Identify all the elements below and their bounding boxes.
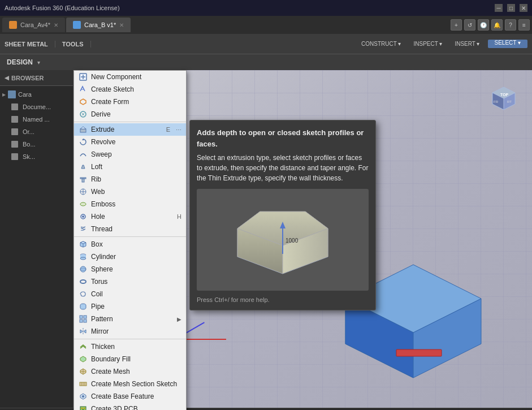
create-mesh-icon <box>79 367 88 376</box>
menu-item-revolve[interactable]: Revolve <box>74 136 186 148</box>
menu-label-rib: Rib <box>91 175 101 183</box>
svg-rect-38 <box>84 316 86 318</box>
construct-button[interactable]: CONSTRUCT ▾ <box>357 40 405 48</box>
menu-separator-1 <box>74 122 186 122</box>
sidebar: ◀ BROWSER ▶ Cara Docume... Named ... Or.… <box>0 70 73 408</box>
svg-marker-14 <box>80 99 86 105</box>
tab-close-cara-bv1[interactable]: ✕ <box>119 22 124 28</box>
tab-cara-bv1[interactable]: Cara_B v1* ✕ <box>66 18 131 32</box>
menu-item-emboss[interactable]: Emboss <box>74 198 186 210</box>
nav-cube[interactable]: TOP FR RT <box>481 76 526 123</box>
create-base-feature-icon <box>79 392 88 401</box>
ribbon-section-tools: TOOLS <box>62 41 91 48</box>
title-bar: Autodesk Fusion 360 (Education License) … <box>0 0 532 16</box>
menu-item-torus[interactable]: Torus <box>74 275 186 288</box>
menu-item-mirror[interactable]: Mirror <box>74 325 186 338</box>
menu-item-pipe[interactable]: Pipe <box>74 300 186 313</box>
help-button[interactable]: ? <box>505 19 516 31</box>
browser-item-cara[interactable]: ▶ Cara <box>0 88 73 101</box>
menu-label-torus: Torus <box>91 278 107 286</box>
menu-item-rib[interactable]: Rib <box>74 173 186 185</box>
thread-icon <box>79 225 88 234</box>
tab-cara-av4[interactable]: Cara_Av4* ✕ <box>2 18 65 32</box>
ribbon-right-buttons: CONSTRUCT ▾ INSPECT ▾ INSERT ▾ SELECT ▾ <box>357 40 527 48</box>
menu-item-new-component[interactable]: New Component <box>74 71 186 83</box>
menu-label-new-component: New Component <box>91 73 141 81</box>
menu-item-coil[interactable]: Coil <box>74 288 186 300</box>
browser-item-bo[interactable]: Bo... <box>0 138 73 150</box>
tooltip-popup: Adds depth to open or closed sketch prof… <box>189 120 376 310</box>
svg-point-34 <box>80 266 86 272</box>
menu-item-thread[interactable]: Thread <box>74 223 186 235</box>
construct-label: CONSTRUCT ▾ <box>361 41 401 47</box>
design-label: DESIGN <box>7 58 33 66</box>
menu-button[interactable]: ≡ <box>518 19 530 31</box>
menu-item-cylinder[interactable]: Cylinder <box>74 251 186 263</box>
insert-button[interactable]: INSERT ▾ <box>450 40 484 48</box>
browser-item-documents[interactable]: Docume... <box>0 101 73 113</box>
browser-item-named-label: Named ... <box>23 116 50 123</box>
extrude-options-icon[interactable]: ⋯ <box>176 127 181 133</box>
maximize-button[interactable]: □ <box>507 4 515 12</box>
menu-item-create-sketch[interactable]: Create Sketch <box>74 83 186 96</box>
tooltip-preview-svg: 1000 <box>215 195 351 285</box>
browser-collapse-icon[interactable]: ◀ <box>5 75 9 81</box>
menu-item-pattern[interactable]: Pattern ▶ <box>74 313 186 325</box>
boundary-fill-icon <box>79 355 88 364</box>
extrude-shortcut: E <box>166 126 170 133</box>
menu-item-create-3d-pcb[interactable]: Create 3D PCB <box>74 403 186 410</box>
hole-shortcut: H <box>177 213 181 220</box>
menu-item-sphere[interactable]: Sphere <box>74 263 186 275</box>
browser-item-documents-label: Docume... <box>23 103 51 110</box>
svg-marker-19 <box>81 165 85 169</box>
browser-item-named[interactable]: Named ... <box>0 113 73 126</box>
cylinder-icon <box>79 252 88 261</box>
browser-item-or[interactable]: Or... <box>0 126 73 138</box>
menu-item-create-mesh-section-sketch[interactable]: Create Mesh Section Sketch <box>74 378 186 390</box>
menu-label-create-mesh-section-sketch: Create Mesh Section Sketch <box>91 380 177 388</box>
menu-item-create-form[interactable]: Create Form <box>74 96 186 108</box>
ribbon: SHEET METAL TOOLS CONSTRUCT ▾ INSPECT ▾ … <box>0 34 532 54</box>
loft-icon <box>79 162 88 171</box>
menu-item-boundary-fill[interactable]: Boundary Fill <box>74 353 186 365</box>
add-tab-button[interactable]: + <box>451 19 462 31</box>
menu-item-sweep[interactable]: Sweep <box>74 148 186 161</box>
cara-icon <box>8 90 16 98</box>
tooltip-details: Select an extrusion type, select sketch … <box>197 154 369 182</box>
menu-item-box[interactable]: Box <box>74 238 186 251</box>
svg-point-27 <box>82 215 84 218</box>
create-3d-pcb-icon <box>79 404 88 410</box>
menu-item-derive[interactable]: Derive <box>74 108 186 120</box>
insert-label: INSERT ▾ <box>455 41 479 47</box>
torus-icon <box>79 277 88 286</box>
mesh-section-sketch-icon <box>79 379 88 389</box>
main-area: ◀ BROWSER ▶ Cara Docume... Named ... Or.… <box>0 70 532 408</box>
browser-item-sk-label: Sk... <box>23 153 35 160</box>
browser-item-sk[interactable]: Sk... <box>0 150 73 163</box>
ribbon-label-tools: TOOLS <box>62 41 84 48</box>
menu-label-sweep: Sweep <box>91 150 112 158</box>
history-button[interactable]: 🕐 <box>478 19 489 31</box>
refresh-button[interactable]: ↺ <box>464 19 475 31</box>
menu-item-hole[interactable]: Hole H <box>74 210 186 223</box>
derive-icon <box>79 110 88 119</box>
menu-item-thicken[interactable]: Thicken <box>74 340 186 353</box>
menu-label-thicken: Thicken <box>91 343 115 351</box>
box-icon <box>79 240 88 249</box>
documents-icon <box>11 103 18 110</box>
menu-item-extrude[interactable]: Extrude E ⋯ <box>74 123 186 136</box>
close-button[interactable]: ✕ <box>520 4 527 12</box>
menu-item-create-base-feature[interactable]: Create Base Feature <box>74 390 186 403</box>
menu-item-create-mesh[interactable]: Create Mesh <box>74 365 186 378</box>
notifications-button[interactable]: 🔔 <box>491 19 503 31</box>
tab-close-cara-av4[interactable]: ✕ <box>54 22 58 28</box>
menu-separator-3 <box>74 339 186 339</box>
minimize-button[interactable]: ─ <box>495 4 503 12</box>
ribbon-section-sheet-metal: SHEET METAL <box>5 41 55 48</box>
select-button[interactable]: SELECT ▾ <box>488 40 528 48</box>
inspect-button[interactable]: INSPECT ▾ <box>409 40 447 48</box>
menu-item-loft[interactable]: Loft <box>74 161 186 173</box>
menu-item-web[interactable]: Web <box>74 185 186 198</box>
svg-rect-55 <box>81 408 83 409</box>
menu-label-emboss: Emboss <box>91 200 115 208</box>
